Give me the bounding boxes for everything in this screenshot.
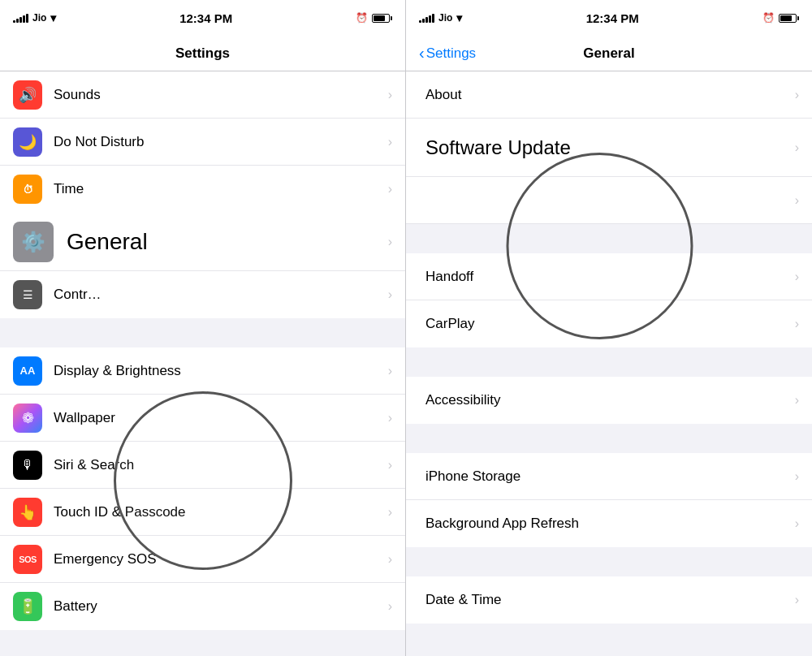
accessibility-label: Accessibility — [422, 392, 795, 408]
right-signal-icon — [419, 13, 434, 23]
left-time: 12:34 PM — [179, 11, 232, 25]
siri-label: Siri & Search — [54, 457, 388, 473]
settings-row-screen-time[interactable]: ⏱ Time › — [0, 166, 405, 213]
settings-row-wallpaper[interactable]: ❁ Wallpaper › — [0, 395, 405, 442]
settings-row-control-center[interactable]: ☰ Contr… › — [0, 271, 405, 318]
back-label: Settings — [426, 45, 476, 62]
do-not-disturb-icon: 🌙 — [13, 127, 42, 157]
control-center-label: Contr… — [54, 287, 388, 303]
touch-id-chevron: › — [388, 505, 392, 520]
battery-settings-icon: 🔋 — [13, 592, 42, 621]
siri-icon: 🎙 — [13, 451, 42, 480]
touch-id-icon: 👆 — [13, 498, 42, 527]
software-update-chevron: › — [795, 140, 799, 155]
right-row-iphone-storage[interactable]: iPhone Storage › — [406, 453, 812, 500]
background-refresh-label: Background App Refresh — [422, 516, 795, 532]
carrier-label: Jio — [32, 12, 46, 24]
group-general: ⚙️ General › ☰ Contr… › — [0, 213, 405, 318]
right-nav-bar: ‹ Settings General — [406, 36, 812, 71]
right-battery-tip — [797, 16, 799, 20]
emergency-sos-chevron: › — [388, 552, 392, 567]
left-nav-bar: Settings — [0, 36, 405, 71]
display-icon: AA — [13, 356, 42, 386]
about-chevron: › — [795, 88, 799, 102]
settings-row-sounds[interactable]: 🔊 Sounds › — [0, 71, 405, 119]
sounds-chevron: › — [388, 88, 392, 102]
screen-time-icon: ⏱ — [13, 175, 42, 204]
accessibility-chevron: › — [795, 393, 799, 408]
carplay-label: CarPlay — [422, 316, 795, 332]
right-row-background-refresh[interactable]: Background App Refresh › — [406, 500, 812, 547]
wifi-icon: ▾ — [50, 11, 56, 24]
right-group-2: Handoff › CarPlay › — [406, 253, 812, 347]
right-battery-body — [779, 14, 797, 23]
control-center-icon: ☰ — [13, 280, 42, 309]
iphone-storage-label: iPhone Storage — [422, 468, 795, 485]
right-status-left: Jio ▾ — [419, 11, 462, 24]
control-center-chevron: › — [388, 287, 392, 302]
battery-icon — [372, 14, 392, 23]
screen-time-label: Time — [54, 181, 388, 197]
wallpaper-chevron: › — [388, 411, 392, 425]
date-time-label: Date & Time — [422, 592, 795, 608]
right-row-partial[interactable]: › — [406, 177, 812, 224]
right-group-5: Date & Time › — [406, 576, 812, 624]
settings-row-general[interactable]: ⚙️ General › — [0, 213, 405, 271]
right-battery-icon — [779, 14, 799, 23]
settings-row-siri[interactable]: 🎙 Siri & Search › — [0, 442, 405, 489]
right-row-carplay[interactable]: CarPlay › — [406, 300, 812, 347]
emergency-sos-icon: SOS — [13, 545, 42, 574]
general-icon: ⚙️ — [13, 222, 54, 262]
sounds-label: Sounds — [54, 87, 388, 103]
siri-chevron: › — [388, 458, 392, 473]
group-display: AA Display & Brightness › ❁ Wallpaper › … — [0, 347, 405, 630]
about-label: About — [422, 87, 795, 103]
right-section-gap-3 — [406, 424, 812, 453]
left-phone-panel: Jio ▾ 12:34 PM ⏰ Settings 🔊 Sounds › — [0, 0, 406, 656]
right-row-accessibility[interactable]: Accessibility › — [406, 377, 812, 424]
left-status-bar: Jio ▾ 12:34 PM ⏰ — [0, 0, 405, 36]
right-row-about[interactable]: About › — [406, 71, 812, 119]
settings-row-display[interactable]: AA Display & Brightness › — [0, 347, 405, 395]
software-update-label: Software Update — [422, 136, 795, 159]
right-status-bar: Jio ▾ 12:34 PM ⏰ — [406, 0, 812, 36]
background-refresh-chevron: › — [795, 516, 799, 531]
carplay-chevron: › — [795, 317, 799, 331]
right-row-date-time[interactable]: Date & Time › — [406, 576, 812, 624]
date-time-chevron: › — [795, 593, 799, 607]
settings-row-battery[interactable]: 🔋 Battery › — [0, 583, 405, 630]
group-sounds: 🔊 Sounds › 🌙 Do Not Disturb › ⏱ Time › — [0, 71, 405, 213]
section-gap-1 — [0, 318, 405, 347]
right-time: 12:34 PM — [586, 11, 639, 25]
battery-tip — [391, 16, 392, 20]
settings-row-touch-id[interactable]: 👆 Touch ID & Passcode › — [0, 489, 405, 536]
right-section-gap-1 — [406, 224, 812, 253]
left-status-right: ⏰ — [356, 12, 392, 24]
general-chevron: › — [388, 235, 392, 249]
right-group-1: About › Software Update › › — [406, 71, 812, 224]
right-row-software-update[interactable]: Software Update › — [406, 119, 812, 177]
left-nav-title: Settings — [175, 45, 230, 62]
touch-id-label: Touch ID & Passcode — [54, 504, 388, 520]
back-chevron-icon: ‹ — [419, 44, 425, 63]
settings-row-emergency-sos[interactable]: SOS Emergency SOS › — [0, 536, 405, 583]
right-battery-fill — [780, 15, 792, 21]
back-button[interactable]: ‹ Settings — [419, 44, 476, 63]
wallpaper-label: Wallpaper — [54, 410, 388, 426]
right-alarm-icon: ⏰ — [762, 12, 775, 24]
alarm-icon: ⏰ — [356, 12, 368, 24]
right-section-gap-2 — [406, 347, 812, 377]
display-label: Display & Brightness — [54, 363, 388, 379]
sounds-icon: 🔊 — [13, 80, 42, 110]
general-label: General — [67, 229, 388, 255]
signal-icon — [13, 13, 28, 23]
screen-time-chevron: › — [388, 182, 392, 196]
right-row-handoff[interactable]: Handoff › — [406, 253, 812, 300]
right-phone-panel: Jio ▾ 12:34 PM ⏰ ‹ Settings General — [406, 0, 812, 656]
battery-chevron: › — [388, 599, 392, 614]
emergency-sos-label: Emergency SOS — [54, 551, 388, 568]
battery-label: Battery — [54, 598, 388, 615]
do-not-disturb-chevron: › — [388, 135, 392, 149]
settings-row-do-not-disturb[interactable]: 🌙 Do Not Disturb › — [0, 119, 405, 166]
handoff-chevron: › — [795, 270, 799, 284]
